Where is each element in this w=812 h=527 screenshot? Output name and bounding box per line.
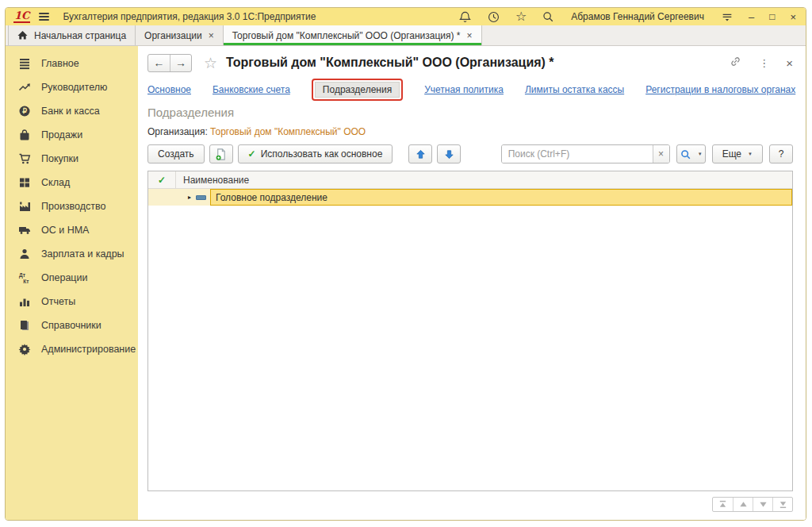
sidebar-item-bank-i-kassa[interactable]: ₽ Банк и касса <box>6 99 138 123</box>
tab-close-icon[interactable]: × <box>467 31 473 40</box>
more-button[interactable]: Еще ▼ <box>712 144 763 163</box>
shopping-cart-icon <box>18 152 31 165</box>
factory-icon <box>18 200 31 213</box>
global-search-icon[interactable] <box>542 10 554 23</box>
list-body[interactable]: ▸ Головное подразделение <box>148 189 792 490</box>
arrow-down-icon <box>443 148 455 160</box>
forward-button[interactable]: → <box>170 55 191 71</box>
form-title: Торговый дом "Комплексный" ООО (Организа… <box>226 56 554 70</box>
go-to-first-button[interactable] <box>713 498 733 511</box>
nav-link-uchetnaya-politika[interactable]: Учетная политика <box>424 84 504 95</box>
section-title: Подразделения <box>147 106 793 119</box>
move-down-button[interactable] <box>437 144 461 163</box>
shopping-bag-icon <box>18 129 31 141</box>
history-icon[interactable] <box>487 10 500 24</box>
service-settings-menu-icon[interactable] <box>721 10 733 23</box>
sidebar-item-label: Склад <box>41 177 70 188</box>
sidebar-item-otchety[interactable]: Отчеты <box>6 290 138 314</box>
create-group-button[interactable] <box>209 144 233 163</box>
trend-arrow-icon <box>18 81 31 94</box>
use-as-main-button[interactable]: ✓ Использовать как основное <box>238 144 393 163</box>
search-icon <box>680 148 691 160</box>
use-as-main-label: Использовать как основное <box>261 148 383 160</box>
more-actions-icon[interactable]: ⋮ <box>759 58 769 68</box>
tab-organization-card[interactable]: Торговый дом "Комплексный" ООО (Организа… <box>224 25 482 45</box>
sidebar-item-label: Отчеты <box>41 296 75 307</box>
organization-value-link[interactable]: Торговый дом "Комплексный" ООО <box>210 126 366 137</box>
main-flag-column-header[interactable]: ✓ <box>148 171 176 188</box>
next-button[interactable] <box>753 498 772 511</box>
row-name-cell[interactable]: Головное подразделение <box>210 189 792 206</box>
notifications-bell-icon[interactable] <box>458 10 472 24</box>
nav-link-bankovskie-scheta[interactable]: Банковские счета <box>213 84 290 95</box>
tab-close-icon[interactable]: × <box>209 31 214 40</box>
ruble-circle-icon: ₽ <box>18 105 31 117</box>
minimize-button[interactable]: – <box>749 12 754 22</box>
current-user-name[interactable]: Абрамов Геннадий Сергеевич <box>571 11 704 22</box>
tab-organizations[interactable]: Организации × <box>136 25 224 45</box>
sidebar-item-label: Главное <box>41 58 79 69</box>
triangle-down-bar-icon <box>778 500 788 509</box>
sidebar-item-label: ОС и НМА <box>41 225 89 236</box>
check-icon: ✓ <box>248 148 256 160</box>
document-plus-icon <box>214 148 228 161</box>
arrow-up-icon <box>415 148 427 160</box>
sidebar-item-label: Покупки <box>41 153 79 164</box>
sidebar-item-operacii[interactable]: ДтКт Операции <box>6 266 138 290</box>
previous-button[interactable] <box>733 498 753 511</box>
sidebar-item-label: Производство <box>41 201 106 212</box>
form-header: ← → ☆ Торговый дом "Комплексный" ООО (Ор… <box>147 52 793 73</box>
app-title: Бухгалтерия предприятия, редакция 3.0 1С… <box>63 11 316 22</box>
get-link-icon[interactable] <box>729 55 742 71</box>
list-header: ✓ Наименование <box>148 171 792 189</box>
gear-icon <box>18 343 31 356</box>
name-column-header[interactable]: Наименование <box>176 171 249 188</box>
close-form-icon[interactable]: × <box>786 57 793 69</box>
main-menu-icon[interactable] <box>39 13 49 21</box>
help-button[interactable]: ? <box>769 144 793 163</box>
svg-text:₽: ₽ <box>22 107 27 115</box>
create-button[interactable]: Создать <box>147 144 205 163</box>
triangle-down-icon <box>758 500 768 509</box>
search-input[interactable] <box>502 145 653 163</box>
table-row[interactable]: ▸ Головное подразделение <box>148 189 792 206</box>
expand-triangle-icon[interactable]: ▸ <box>188 194 191 201</box>
back-button[interactable]: ← <box>148 55 170 71</box>
go-to-last-button[interactable] <box>772 498 792 511</box>
sidebar-item-pokupki[interactable]: Покупки <box>6 147 138 171</box>
sidebar-item-sklad[interactable]: Склад <box>6 171 138 194</box>
nav-link-registracii-v-nalogovyh[interactable]: Регистрации в налоговых органах <box>645 84 795 95</box>
title-bar: 1С Бухгалтерия предприятия, редакция 3.0… <box>6 8 806 25</box>
favorites-star-icon[interactable]: ☆ <box>515 10 527 23</box>
sidebar-item-label: Справочники <box>41 320 102 331</box>
nav-link-limity-ostatka-kassy[interactable]: Лимиты остатка кассы <box>525 84 624 95</box>
triangle-up-bar-icon <box>718 500 728 509</box>
maximize-button[interactable]: □ <box>769 12 775 21</box>
sidebar-item-administrirovanie[interactable]: Администрирование <box>6 337 138 361</box>
list-pagination <box>147 497 793 512</box>
tab-label: Начальная страница <box>34 30 126 41</box>
sidebar-item-label: Банк и касса <box>41 106 100 117</box>
sections-sidebar: Главное Руководителю ₽ Банк и касса Прод… <box>6 46 138 520</box>
advanced-search-button[interactable]: ▼ <box>676 144 706 163</box>
sidebar-item-glavnoe[interactable]: Главное <box>6 52 138 75</box>
form-navigation-links: Основное Банковские счета Подразделения … <box>147 79 793 100</box>
book-icon <box>18 319 31 332</box>
home-icon <box>17 30 28 40</box>
nav-link-podrazdeleniya[interactable]: Подразделения <box>315 82 400 98</box>
add-to-favorites-star-icon[interactable]: ☆ <box>204 56 217 71</box>
sidebar-item-spravochniki[interactable]: Справочники <box>6 314 138 337</box>
clear-search-icon[interactable]: × <box>653 145 669 163</box>
sidebar-item-label: Руководителю <box>41 82 107 93</box>
row-main-flag-cell[interactable] <box>148 189 176 206</box>
tab-home[interactable]: Начальная страница <box>8 25 136 45</box>
close-window-button[interactable]: × <box>790 12 796 22</box>
sidebar-item-os-i-nma[interactable]: ОС и НМА <box>6 218 138 242</box>
sidebar-item-zarplata-i-kadry[interactable]: Зарплата и кадры <box>6 242 138 266</box>
sidebar-item-label: Зарплата и кадры <box>41 248 124 260</box>
nav-link-osnovnoe[interactable]: Основное <box>147 84 191 95</box>
sidebar-item-proizvodstvo[interactable]: Производство <box>6 194 138 218</box>
move-up-button[interactable] <box>408 144 432 163</box>
sidebar-item-rukovoditelyu[interactable]: Руководителю <box>6 75 138 99</box>
sidebar-item-prodazhi[interactable]: Продажи <box>6 123 138 147</box>
